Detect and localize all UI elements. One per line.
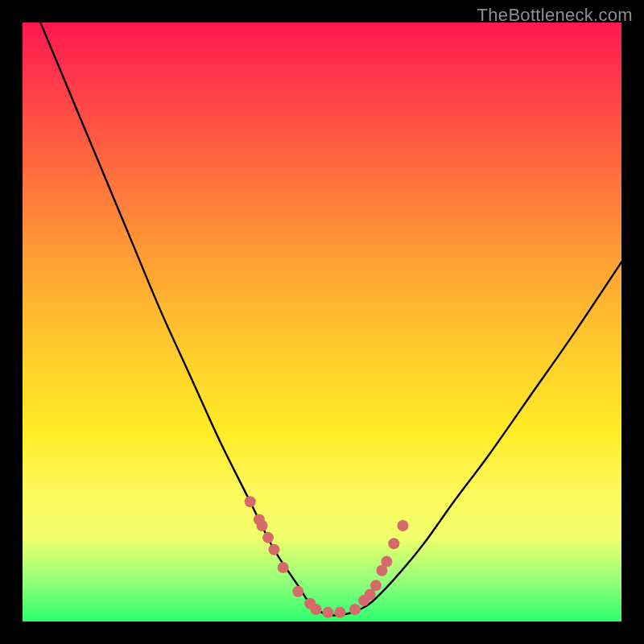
data-dot: [349, 604, 361, 615]
data-dot: [311, 604, 322, 615]
plot-svg: [23, 23, 621, 621]
data-dot: [397, 520, 408, 531]
data-dot: [278, 562, 289, 573]
data-dot: [370, 580, 382, 591]
data-dot: [292, 586, 303, 597]
watermark-text: TheBottleneck.com: [477, 5, 633, 26]
data-dot: [268, 544, 279, 555]
bottleneck-curve: [40, 23, 621, 616]
data-dot: [381, 556, 392, 568]
data-dot: [388, 538, 399, 549]
data-dot: [262, 532, 274, 543]
data-dot: [245, 496, 256, 507]
data-dot: [322, 607, 333, 618]
chart-area: [23, 23, 621, 621]
data-dot: [257, 520, 268, 531]
data-dot: [334, 607, 345, 618]
highlighted-dots: [245, 496, 409, 618]
